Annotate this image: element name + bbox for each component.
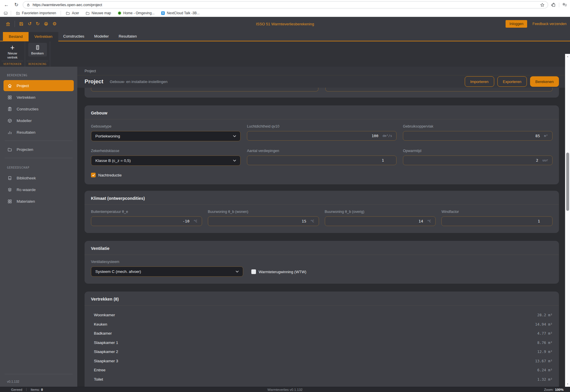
checkbox-label: Warmteterugwinning (WTW): [259, 270, 306, 274]
field-value: 15: [302, 219, 306, 223]
sidebar-item-label: Materialen: [17, 199, 35, 204]
room-row-badkamer[interactable]: Badkamer 4.77m²: [91, 329, 553, 338]
extensions-icon[interactable]: [551, 2, 556, 7]
room-name: Slaapkamer 1: [94, 340, 118, 345]
sidebar-item-rc-waarde[interactable]: Rc-waarde: [3, 184, 74, 195]
clipped-input[interactable]: [91, 88, 318, 91]
bookmark-import-favorites[interactable]: Favorieten importeren: [14, 11, 58, 15]
scrollbar-thumb[interactable]: [566, 153, 569, 211]
buurwoning-wonen-input[interactable]: 15 °C: [208, 216, 319, 226]
room-row-entree[interactable]: Entree 6.24m²: [91, 365, 553, 375]
gear-icon[interactable]: ⚙: [52, 22, 57, 26]
field-unit: °C: [194, 219, 198, 223]
field-windfactor: Windfactor 1: [441, 210, 553, 226]
bookmark-acer[interactable]: Acer: [64, 11, 81, 15]
import-button[interactable]: Importeren: [465, 76, 494, 87]
room-area-unit: m²: [548, 313, 553, 317]
card-title: Klimaat (ontwerpcondities): [91, 196, 553, 201]
sidebar-item-project[interactable]: Project: [3, 80, 74, 91]
save-icon[interactable]: [19, 22, 24, 26]
luchtdichtheid-input[interactable]: 100 dm³/s: [247, 131, 397, 141]
buitentemperatuur-input[interactable]: -10 °C: [91, 216, 202, 226]
sidebar-toggle-icon[interactable]: [3, 11, 8, 15]
reload-icon[interactable]: ↻: [13, 2, 20, 8]
opwarmtijd-input[interactable]: 2 uur: [403, 156, 553, 165]
verdiepingen-input[interactable]: 1: [247, 156, 397, 165]
scroll-up-icon[interactable]: ▲: [565, 55, 570, 58]
feedback-link[interactable]: Feedback verzenden: [532, 22, 567, 26]
lock-icon: [26, 3, 30, 7]
bookmark-nieuwe-map[interactable]: Nieuwe map: [84, 11, 113, 15]
sidebar-item-projecten[interactable]: Projecten: [3, 144, 74, 155]
address-bar[interactable]: https://warmteverlies.open-aec.com/proje…: [23, 1, 548, 8]
app-version: v0.1.132: [0, 377, 77, 387]
tab-bestand[interactable]: Bestand: [3, 32, 29, 41]
sidebar-item-label: Modeller: [17, 119, 32, 123]
sidebar-item-constructies[interactable]: Constructies: [3, 103, 74, 114]
tab-modeller[interactable]: Modeller: [89, 32, 114, 41]
folder-icon: [66, 11, 70, 15]
tab-constructies[interactable]: Constructies: [58, 32, 89, 41]
tab-resultaten[interactable]: Resultaten: [114, 32, 142, 41]
nachtreductie-checkbox-row[interactable]: Nachtreductie: [91, 173, 553, 177]
room-row-woonkamer[interactable]: Woonkamer 28.2m²: [91, 310, 553, 320]
zoom-label: Zoom:: [544, 388, 554, 391]
sidebar-item-vertrekken[interactable]: Vertrekken: [3, 92, 74, 103]
sidebar-item-modeller[interactable]: Modeller: [3, 115, 74, 126]
tab-vertrekken[interactable]: Vertrekken: [29, 32, 58, 41]
sidebar-item-bibliotheek[interactable]: Bibliotheek: [3, 172, 74, 183]
scroll-down-icon[interactable]: ▼: [565, 383, 570, 386]
bookmark-home-omgeving[interactable]: Home - Omgeving...: [116, 11, 156, 15]
room-area-value: 13.67: [535, 359, 546, 363]
buurwoning-overig-input[interactable]: 14 °C: [325, 216, 436, 226]
calculate-button[interactable]: Bereken: [28, 43, 47, 56]
field-label: Buurwoning θ_b (wonen): [208, 210, 319, 214]
favorite-star-icon[interactable]: [540, 3, 545, 7]
back-icon[interactable]: ←: [3, 2, 10, 8]
export-button[interactable]: Exporteren: [497, 76, 527, 87]
wtw-checkbox-row[interactable]: Warmteterugwinning (WTW): [251, 269, 306, 274]
field-opwarmtijd: Opwarmtijd 2 uur: [403, 149, 553, 166]
new-room-button[interactable]: + Nieuw vertrek: [3, 43, 22, 61]
bank-icon[interactable]: [6, 22, 10, 27]
room-area-unit: m²: [548, 377, 553, 382]
folder-icon: [7, 147, 12, 152]
gebouwtype-select[interactable]: Portiekwoning: [91, 131, 241, 141]
ribbon-button-label: Bereken: [31, 51, 44, 55]
select-value: Portiekwoning: [95, 134, 120, 138]
ventilatiesysteem-select[interactable]: Systeem C (mech. afvoer): [91, 266, 243, 277]
redo-icon[interactable]: ↻: [36, 22, 39, 26]
room-area-unit: m²: [548, 340, 553, 345]
room-name: Toilet: [94, 377, 103, 382]
field-gebouwtype: Gebouwtype Portiekwoning: [91, 124, 241, 141]
windfactor-input[interactable]: 1: [441, 216, 553, 226]
clipped-input[interactable]: [325, 88, 553, 91]
room-area-value: 8.76: [537, 340, 546, 345]
zekerheidsklasse-select[interactable]: Klasse B (c_z = 0,5): [91, 156, 241, 166]
room-row-slaapkamer-2[interactable]: Slaapkamer 2 12.9m²: [91, 347, 553, 356]
room-row-slaapkamer-1[interactable]: Slaapkamer 1 8.76m²: [91, 338, 553, 347]
room-row-keuken[interactable]: Keuken 14.94m²: [91, 320, 553, 329]
room-row-slaapkamer-3[interactable]: Slaapkamer 3 13.67m²: [91, 356, 553, 366]
vertical-scrollbar[interactable]: ▲ ▼: [565, 54, 570, 387]
sidebar-item-resultaten[interactable]: Resultaten: [3, 127, 74, 138]
field-label: Gebouwtype: [91, 124, 241, 128]
sidebar-item-materialen[interactable]: Materialen: [3, 196, 74, 207]
bookmark-nextcloud-talk[interactable]: NextCloud Talk -3B...: [159, 11, 201, 15]
sidebar-group-berekening: BEREKENING: [0, 71, 77, 80]
print-icon[interactable]: [44, 22, 48, 26]
calculate-page-button[interactable]: Berekenen: [530, 76, 559, 87]
undo-icon[interactable]: ↺: [28, 22, 31, 26]
room-name: Badkamer: [94, 331, 112, 336]
bookmarks-divider: [11, 11, 11, 15]
field-label: Opwarmtijd: [403, 149, 553, 153]
login-button[interactable]: Inloggen: [506, 20, 527, 28]
gebruiksoppervlak-input[interactable]: 85 m²: [403, 131, 553, 141]
card-vertrekken: Vertrekken (8) Woonkamer 28.2m² Keuken 1…: [85, 292, 559, 387]
room-row-toilet[interactable]: Toilet 1.32m²: [91, 375, 553, 384]
checkbox-unchecked-icon[interactable]: [251, 269, 256, 274]
cube-icon: [7, 118, 12, 123]
room-name: Keuken: [94, 322, 107, 326]
favorites-bar-icon[interactable]: [562, 2, 567, 7]
checkbox-checked-icon[interactable]: [91, 173, 96, 177]
